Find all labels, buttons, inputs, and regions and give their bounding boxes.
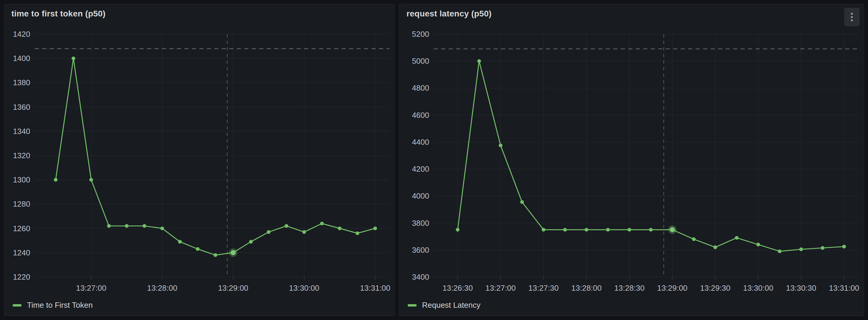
y-axis-tick-label: 1320 <box>13 151 30 160</box>
series-color-swatch <box>408 304 416 307</box>
y-axis-tick-label: 4000 <box>412 191 429 200</box>
y-axis-tick-label: 3800 <box>412 219 429 228</box>
x-axis-tick-label: 13:31:00 <box>829 284 859 292</box>
data-point[interactable] <box>355 231 359 235</box>
data-point[interactable] <box>563 228 567 231</box>
data-point[interactable] <box>338 226 342 230</box>
panel-request-latency: request latency (p50) 520050004800460044… <box>399 4 864 316</box>
y-axis-tick-label: 4800 <box>412 84 429 92</box>
data-point[interactable] <box>267 230 270 234</box>
data-point[interactable] <box>89 178 93 182</box>
data-point[interactable] <box>542 228 545 231</box>
data-point[interactable] <box>477 59 481 63</box>
data-point[interactable] <box>196 247 199 251</box>
legend-label: Request Latency <box>422 300 480 310</box>
y-axis-tick-label: 4400 <box>412 137 429 147</box>
y-axis-tick-label: 1380 <box>13 78 30 87</box>
x-axis-tick-label: 13:29:00 <box>218 284 248 292</box>
y-axis-tick-label: 5000 <box>412 57 429 65</box>
data-point[interactable] <box>778 249 781 253</box>
x-axis-tick-label: 13:28:00 <box>147 284 177 292</box>
data-point[interactable] <box>320 222 323 225</box>
kebab-dot <box>851 13 853 15</box>
x-axis-tick-label: 13:30:30 <box>786 284 816 292</box>
x-axis-tick-label: 13:28:00 <box>571 284 601 292</box>
time-series-chart[interactable]: 5200500048004600440042004000380036003400… <box>399 4 864 316</box>
data-point[interactable] <box>160 226 164 230</box>
y-axis-tick-label: 3400 <box>412 273 429 281</box>
data-points <box>456 59 846 253</box>
data-point[interactable] <box>520 200 524 204</box>
data-point[interactable] <box>178 240 182 244</box>
data-point[interactable] <box>756 243 760 247</box>
x-axis-tick-label: 13:27:30 <box>528 284 559 292</box>
y-axis-tick-label: 1220 <box>13 273 30 281</box>
data-point[interactable] <box>606 228 610 231</box>
y-axis-tick-label: 1300 <box>13 175 30 184</box>
y-axis-tick-label: 1340 <box>13 127 30 136</box>
y-axis-tick-label: 1420 <box>13 30 30 39</box>
data-point[interactable] <box>107 224 111 228</box>
data-point[interactable] <box>456 228 460 231</box>
y-axis-tick-label: 1400 <box>13 54 30 63</box>
y-axis-tick-label: 1280 <box>13 199 30 209</box>
panel-menu-kebab-icon[interactable] <box>844 8 860 26</box>
series-color-swatch <box>12 304 22 307</box>
highlighted-point[interactable] <box>670 227 675 232</box>
y-axis-tick-label: 4200 <box>412 164 429 173</box>
data-point[interactable] <box>213 253 217 257</box>
legend-item[interactable]: Request Latency <box>408 300 480 310</box>
data-point[interactable] <box>649 228 652 231</box>
data-point[interactable] <box>842 245 846 248</box>
data-point[interactable] <box>821 246 824 250</box>
data-point[interactable] <box>302 230 306 234</box>
panel-time-to-first-token: time to first token (p50) 14201400138013… <box>4 4 395 316</box>
y-axis-tick-label: 1240 <box>13 248 30 257</box>
data-point[interactable] <box>71 57 75 60</box>
x-axis-tick-label: 13:30:00 <box>289 284 319 292</box>
data-point[interactable] <box>285 224 288 228</box>
kebab-dot <box>851 16 853 18</box>
data-point[interactable] <box>735 236 738 239</box>
legend-label: Time to First Token <box>27 300 93 310</box>
x-axis-tick-label: 13:29:00 <box>657 284 687 292</box>
time-series-chart[interactable]: 1420140013801360134013201300128012601240… <box>4 4 395 316</box>
data-point[interactable] <box>799 247 803 251</box>
x-axis-tick-label: 13:27:00 <box>76 284 106 292</box>
legend-item[interactable]: Time to First Token <box>12 300 93 310</box>
y-axis-tick-label: 1260 <box>13 224 30 233</box>
data-point[interactable] <box>499 143 502 147</box>
data-point[interactable] <box>249 240 253 244</box>
y-axis-tick-label: 3600 <box>412 246 429 255</box>
y-axis-tick-label: 4600 <box>412 111 429 120</box>
series-line <box>56 58 375 255</box>
data-point[interactable] <box>692 237 695 241</box>
x-axis-tick-label: 13:29:30 <box>700 284 730 292</box>
y-axis-tick-label: 1360 <box>13 103 30 111</box>
x-axis-tick-label: 13:28:30 <box>614 284 644 292</box>
x-axis-tick-label: 13:26:30 <box>442 284 473 292</box>
data-points <box>54 57 377 257</box>
data-point[interactable] <box>125 224 128 228</box>
data-point[interactable] <box>628 228 631 231</box>
x-axis-tick-label: 13:27:00 <box>486 284 516 292</box>
y-axis-tick-label: 5200 <box>412 30 429 39</box>
x-axis-tick-label: 13:30:00 <box>743 284 773 292</box>
data-point[interactable] <box>143 224 146 228</box>
data-point[interactable] <box>373 226 377 230</box>
data-point[interactable] <box>54 178 58 182</box>
data-point[interactable] <box>713 246 717 249</box>
kebab-dot <box>851 20 853 21</box>
highlighted-point[interactable] <box>230 250 236 255</box>
x-axis-tick-label: 13:31:00 <box>360 284 390 292</box>
data-point[interactable] <box>585 228 588 231</box>
grid-lines <box>434 34 857 279</box>
